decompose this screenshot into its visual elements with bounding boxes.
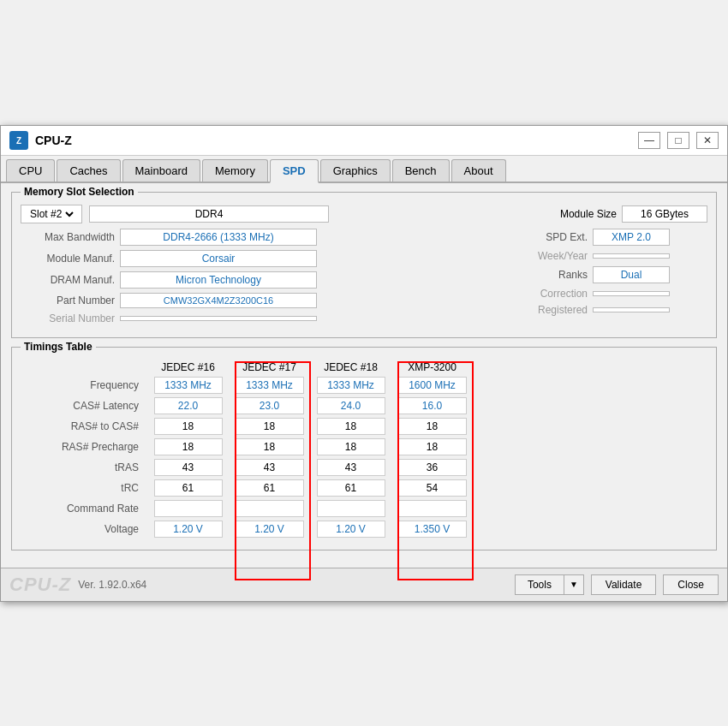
- timing-cell-6-1: [229, 500, 310, 517]
- timing-label-4: tRAS: [21, 461, 147, 473]
- max-bandwidth-value: DDR4-2666 (1333 MHz): [120, 229, 317, 246]
- tab-graphics[interactable]: Graphics: [320, 159, 391, 182]
- tab-spd[interactable]: SPD: [270, 159, 319, 183]
- tab-about[interactable]: About: [451, 159, 506, 182]
- registered-value: [593, 307, 670, 312]
- tools-button[interactable]: Tools: [515, 574, 564, 595]
- window-title: CPU-Z: [35, 134, 638, 147]
- part-number-value: CMW32GX4M2Z3200C16: [120, 293, 317, 308]
- timing-label-6: Command Rate: [21, 503, 147, 515]
- module-size-value: 16 GBytes: [622, 205, 707, 223]
- minimize-button[interactable]: —: [638, 132, 660, 149]
- tabbar: CPU Caches Mainboard Memory SPD Graphics…: [1, 156, 727, 183]
- timing-label-1: CAS# Latency: [21, 400, 147, 412]
- timing-cell-3-3: 18: [391, 438, 473, 455]
- timing-label-5: tRC: [21, 482, 147, 494]
- timing-cell-2-2: 18: [310, 418, 391, 435]
- tab-memory[interactable]: Memory: [202, 159, 268, 182]
- timing-cell-3-0: 18: [147, 438, 229, 455]
- timing-cell-4-3: 36: [391, 459, 473, 476]
- correction-row: Correction: [519, 288, 707, 300]
- tab-bench[interactable]: Bench: [392, 159, 450, 182]
- maximize-button[interactable]: □: [667, 132, 689, 149]
- content-area: Memory Slot Selection Slot #2 Slot #1 Sl…: [1, 183, 727, 568]
- timing-cell-6-3: [391, 500, 473, 517]
- tab-caches[interactable]: Caches: [57, 159, 120, 182]
- max-bandwidth-label: Max Bandwidth: [21, 231, 115, 243]
- timing-cell-7-2: 1.20 V: [310, 521, 391, 538]
- timing-cell-7-3: 1.350 V: [391, 521, 473, 538]
- timing-label-0: Frequency: [21, 379, 147, 391]
- part-number-label: Part Number: [21, 295, 115, 306]
- correction-value: [593, 291, 670, 296]
- timing-cell-1-1: 23.0: [229, 397, 310, 414]
- timing-cell-2-3: 18: [391, 418, 473, 435]
- ranks-label: Ranks: [519, 269, 588, 281]
- dram-manuf-row: DRAM Manuf. Micron Technology: [21, 271, 510, 289]
- col-header-jedec16: JEDEC #16: [147, 361, 229, 373]
- timing-row-2: RAS# to CAS#18181818: [21, 418, 707, 435]
- spd-ext-row: SPD Ext. XMP 2.0: [519, 229, 707, 246]
- timing-row-7: Voltage1.20 V1.20 V1.20 V1.350 V: [21, 521, 707, 538]
- ddr-type-value: DDR4: [89, 205, 329, 223]
- serial-number-label: Serial Number: [21, 312, 115, 324]
- timing-cell-0-2: 1333 MHz: [310, 377, 391, 394]
- serial-number-value: [120, 316, 317, 321]
- tab-mainboard[interactable]: Mainboard: [122, 159, 200, 182]
- col-header-xmp: XMP-3200: [391, 361, 473, 373]
- slot-dropdown[interactable]: Slot #2 Slot #1 Slot #3 Slot #4: [27, 207, 76, 221]
- timing-cell-4-2: 43: [310, 459, 391, 476]
- timing-cell-0-1: 1333 MHz: [229, 377, 310, 394]
- timing-cell-2-0: 18: [147, 418, 229, 435]
- timing-cell-4-0: 43: [147, 459, 229, 476]
- timing-cell-4-1: 43: [229, 459, 310, 476]
- timing-label-3: RAS# Precharge: [21, 441, 147, 453]
- footer-version: Ver. 1.92.0.x64: [78, 579, 146, 591]
- timing-cell-1-0: 22.0: [147, 397, 229, 414]
- max-bandwidth-row: Max Bandwidth DDR4-2666 (1333 MHz): [21, 229, 510, 246]
- timing-cell-0-0: 1333 MHz: [147, 377, 229, 394]
- timing-cell-5-3: 54: [391, 479, 473, 497]
- tab-cpu[interactable]: CPU: [6, 159, 55, 182]
- dram-manuf-label: DRAM Manuf.: [21, 274, 115, 286]
- module-size-label: Module Size: [522, 208, 617, 220]
- ranks-row: Ranks Dual: [519, 266, 707, 283]
- col-header-jedec18: JEDEC #18: [310, 361, 391, 373]
- dram-manuf-value: Micron Technology: [120, 271, 317, 289]
- timing-row-6: Command Rate: [21, 500, 707, 517]
- module-manuf-value: Corsair: [120, 250, 317, 267]
- footer: CPU-Z Ver. 1.92.0.x64 Tools ▼ Validate C…: [1, 568, 727, 601]
- module-manuf-label: Module Manuf.: [21, 253, 115, 265]
- spd-ext-label: SPD Ext.: [519, 231, 588, 243]
- slot-selector[interactable]: Slot #2 Slot #1 Slot #3 Slot #4: [21, 205, 82, 223]
- titlebar: Z CPU-Z — □ ✕: [1, 126, 727, 156]
- timing-cell-5-2: 61: [310, 479, 391, 497]
- close-button[interactable]: Close: [663, 574, 719, 595]
- close-window-button[interactable]: ✕: [696, 132, 719, 149]
- module-manuf-row: Module Manuf. Corsair: [21, 250, 510, 267]
- svg-text:Z: Z: [16, 136, 21, 146]
- timing-cell-7-0: 1.20 V: [147, 521, 229, 538]
- tools-button-group[interactable]: Tools ▼: [515, 574, 584, 595]
- tools-dropdown-arrow[interactable]: ▼: [564, 574, 584, 595]
- timing-label-7: Voltage: [21, 523, 147, 535]
- timing-cell-1-2: 24.0: [310, 397, 391, 414]
- col-header-jedec17: JEDEC #17: [229, 361, 310, 373]
- registered-label: Registered: [519, 304, 588, 316]
- memory-slot-group-title: Memory Slot Selection: [21, 186, 138, 198]
- timing-label-2: RAS# to CAS#: [21, 420, 147, 432]
- timing-cell-5-0: 61: [147, 479, 229, 497]
- app-icon: Z: [9, 131, 28, 150]
- timing-cell-6-0: [147, 500, 229, 517]
- week-year-value: [593, 253, 670, 259]
- ranks-value: Dual: [593, 266, 670, 283]
- validate-button[interactable]: Validate: [591, 574, 656, 595]
- main-window: Z CPU-Z — □ ✕ CPU Caches Mainboard Memor…: [0, 125, 728, 602]
- timing-cell-5-1: 61: [229, 479, 310, 497]
- spd-ext-value: XMP 2.0: [593, 229, 670, 246]
- memory-slot-group: Memory Slot Selection Slot #2 Slot #1 Sl…: [11, 192, 717, 338]
- timing-rows: Frequency1333 MHz1333 MHz1333 MHz1600 MH…: [21, 377, 707, 538]
- serial-number-row: Serial Number: [21, 312, 510, 324]
- timings-group: Timings Table JEDEC #16 JEDEC #17 JEDEC …: [11, 347, 717, 550]
- timings-group-title: Timings Table: [21, 341, 96, 353]
